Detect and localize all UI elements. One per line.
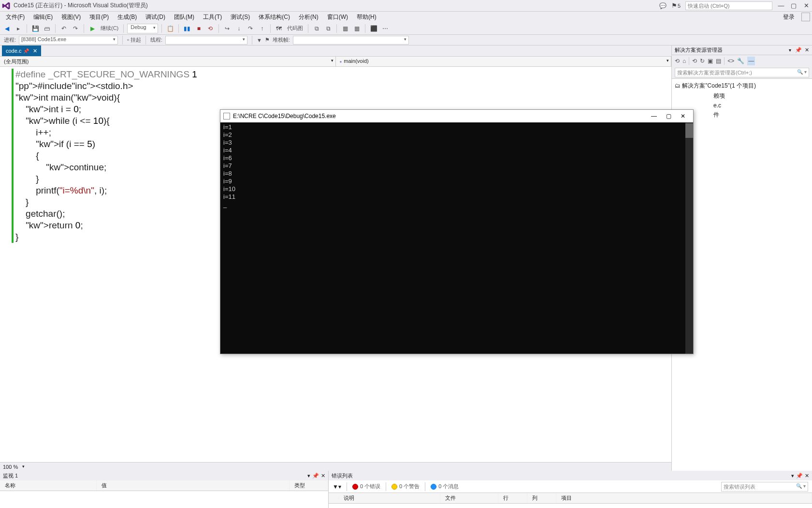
menu-architecture[interactable]: 体系结构(C) — [255, 12, 294, 22]
tree-node[interactable]: 件 — [675, 110, 809, 120]
menu-build[interactable]: 生成(B) — [114, 12, 141, 22]
console-output[interactable]: i=1i=2i=3i=4i=6i=7i=8i=9i=10i=11_ — [220, 122, 693, 354]
notification-flag[interactable]: ⚑5 — [671, 2, 681, 9]
se-view-icon[interactable]: — — [747, 57, 755, 65]
watch-col-type[interactable]: 类型 — [290, 480, 328, 491]
feedback-icon[interactable]: 💬 — [659, 2, 667, 9]
pin-icon[interactable]: 📌 — [23, 48, 29, 54]
scope-global-combo[interactable]: (全局范围) — [0, 57, 336, 66]
codemap-icon[interactable]: 🗺 — [274, 24, 284, 33]
restart-icon[interactable]: ⟲ — [205, 24, 215, 33]
err-col-desc[interactable]: 说明 — [339, 493, 440, 503]
err-col-project[interactable]: 项目 — [556, 493, 812, 503]
quick-launch-input[interactable] — [685, 1, 772, 10]
menu-view[interactable]: 视图(V) — [58, 12, 85, 22]
err-col-file[interactable]: 文件 — [440, 493, 498, 503]
menu-edit[interactable]: 编辑(E) — [29, 12, 57, 22]
step-into-icon[interactable]: ↓ — [234, 24, 244, 33]
bookmark-icon[interactable]: ⬛ — [369, 24, 378, 33]
menu-help[interactable]: 帮助(H) — [353, 12, 380, 22]
menu-tools[interactable]: 工具(T) — [199, 12, 226, 22]
console-close-button[interactable]: ✕ — [676, 113, 690, 120]
messages-filter[interactable]: 0 个消息 — [431, 483, 459, 490]
stop-icon[interactable]: ■ — [194, 24, 203, 33]
thread-combo[interactable] — [165, 36, 247, 45]
panel-close-icon[interactable]: ✕ — [805, 473, 809, 479]
stackframe-combo[interactable] — [293, 36, 409, 45]
watch-col-value[interactable]: 值 — [97, 480, 290, 491]
panel-menu-icon[interactable]: ▾ — [789, 47, 792, 53]
zoom-combo[interactable]: 100 % — [3, 464, 25, 470]
solution-root[interactable]: 🗂 解决方案"Code15"(1 个项目) — [675, 81, 809, 91]
tab-close-icon[interactable]: ✕ — [31, 48, 37, 54]
menu-project[interactable]: 项目(P) — [86, 12, 113, 22]
tb-misc2-icon[interactable]: ⧉ — [323, 24, 333, 33]
se-collapse-icon[interactable]: ▣ — [708, 58, 713, 64]
menu-test[interactable]: 测试(S) — [227, 12, 254, 22]
pause-icon[interactable]: ▮▮ — [182, 24, 192, 33]
nav-fwd-icon[interactable]: ▸ — [14, 24, 23, 33]
save-icon[interactable]: 💾 — [30, 24, 40, 33]
continue-label[interactable]: 继续(C) — [99, 25, 120, 32]
suspend-button[interactable]: ▫ 挂起 — [127, 36, 141, 44]
menu-debug[interactable]: 调试(D) — [142, 12, 169, 22]
console-minimize-button[interactable]: — — [647, 113, 661, 120]
sign-in-link[interactable]: 登录 — [783, 13, 798, 21]
step-next-icon[interactable]: ↪ — [222, 24, 232, 33]
error-search-input[interactable]: 搜索错误列表 — [721, 482, 808, 492]
tree-node[interactable]: 赖项 — [675, 91, 809, 101]
redo-icon[interactable]: ↷ — [71, 24, 80, 33]
process-combo[interactable]: [8388] Code15.exe — [19, 36, 118, 45]
tb-misc3-icon[interactable]: ▦ — [340, 24, 350, 33]
panel-menu-icon[interactable]: ▾ — [791, 473, 794, 479]
tb-misc5-icon[interactable]: ⋯ — [380, 24, 390, 33]
tb-misc1-icon[interactable]: ⧉ — [312, 24, 321, 33]
undo-icon[interactable]: ↶ — [59, 24, 69, 33]
se-nav-icon[interactable]: ⌂ — [682, 58, 686, 64]
tb-misc4-icon[interactable]: ▦ — [352, 24, 362, 33]
flag-icon[interactable]: ⚑ — [265, 37, 270, 43]
watch-body[interactable] — [0, 491, 328, 508]
tree-node[interactable]: e.c — [675, 101, 809, 110]
console-maximize-button[interactable]: ▢ — [661, 113, 676, 120]
filter-icon[interactable]: ▼▾ — [333, 483, 341, 490]
panel-pin-icon[interactable]: 📌 — [796, 473, 803, 479]
tab-code-c[interactable]: code.c 📌 ✕ — [2, 45, 41, 56]
saveall-icon[interactable]: 🗃 — [42, 24, 52, 33]
step-over-icon[interactable]: ↷ — [246, 24, 255, 33]
nav-back-icon[interactable]: ◀ — [2, 24, 12, 33]
se-showall-icon[interactable]: ▤ — [716, 58, 721, 64]
scope-function-combo[interactable]: main(void) — [336, 57, 672, 66]
minimize-button[interactable]: — — [777, 2, 785, 9]
panel-close-icon[interactable]: ✕ — [321, 473, 325, 479]
config-combo[interactable]: Debug — [127, 24, 158, 33]
filter-icon[interactable]: ▼ — [257, 37, 262, 43]
console-title-bar[interactable]: E:\NCRE C\Code15\Debug\Code15.exe — ▢ ✕ — [220, 110, 693, 122]
solution-search-input[interactable]: 搜索解决方案资源管理器(Ctrl+;) — [675, 68, 809, 77]
continue-icon[interactable]: ▶ — [87, 24, 97, 33]
menu-window[interactable]: 窗口(W) — [323, 12, 352, 22]
err-col-col[interactable]: 列 — [527, 493, 556, 503]
menu-analyze[interactable]: 分析(N) — [295, 12, 322, 22]
panel-pin-icon[interactable]: 📌 — [795, 47, 802, 53]
warnings-filter[interactable]: 0 个警告 — [392, 483, 420, 490]
maximize-button[interactable]: ▢ — [790, 2, 798, 9]
panel-menu-icon[interactable]: ▾ — [307, 473, 310, 479]
avatar-icon[interactable] — [801, 13, 810, 21]
close-button[interactable]: ✕ — [802, 2, 810, 9]
menu-team[interactable]: 团队(M) — [170, 12, 198, 22]
errors-filter[interactable]: 0 个错误 — [352, 483, 380, 490]
console-window[interactable]: E:\NCRE C\Code15\Debug\Code15.exe — ▢ ✕ … — [220, 109, 694, 354]
err-col-line[interactable]: 行 — [498, 493, 527, 503]
se-sync-icon[interactable]: ⟲ — [692, 58, 697, 64]
se-home-icon[interactable]: ⟲ — [675, 58, 680, 64]
watch-col-name[interactable]: 名称 — [0, 480, 97, 491]
se-refresh-icon[interactable]: ↻ — [700, 58, 705, 64]
menu-file[interactable]: 文件(F) — [2, 12, 29, 22]
error-body[interactable] — [329, 504, 812, 508]
console-scrollbar[interactable] — [685, 122, 693, 354]
step-out-icon[interactable]: ↑ — [257, 24, 267, 33]
panel-pin-icon[interactable]: 📌 — [312, 473, 319, 479]
tb-icon[interactable]: 📋 — [165, 24, 175, 33]
panel-close-icon[interactable]: ✕ — [805, 47, 809, 53]
